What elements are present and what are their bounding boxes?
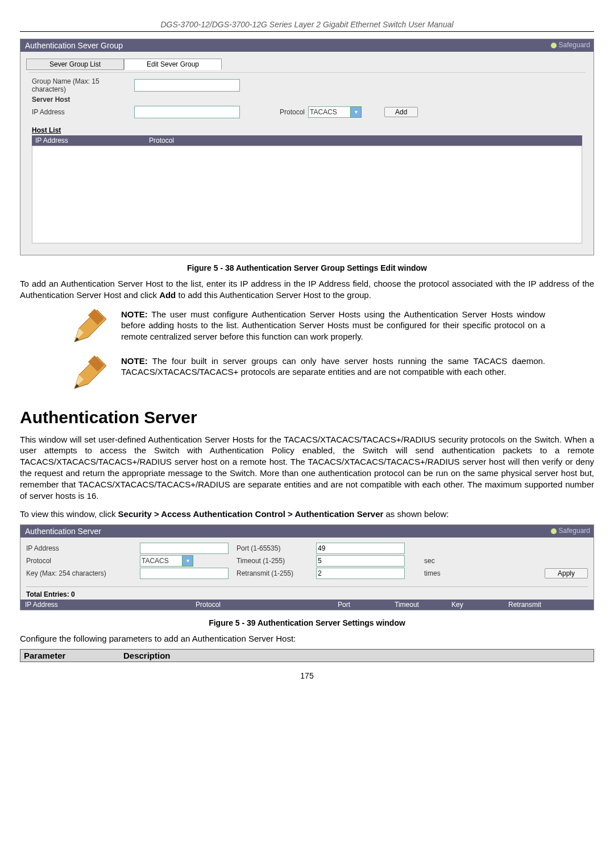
host-list-label: Host List (32, 126, 582, 134)
col-parameter: Parameter (24, 651, 123, 660)
ip-address-input[interactable] (140, 543, 229, 554)
host-list-body (32, 146, 582, 243)
body-para-1: To add an Authentication Server Host to … (20, 278, 594, 301)
key-input[interactable] (140, 568, 229, 579)
times-unit: times (424, 569, 458, 577)
tab-sever-group-list[interactable]: Sever Group List (26, 59, 124, 70)
col-timeout: Timeout (395, 601, 451, 609)
figure-caption-2: Figure 5 - 39 Authentication Server Sett… (20, 618, 594, 627)
pencil-icon (69, 309, 107, 348)
port-label: Port (1-65535) (237, 544, 316, 552)
ip-address-input[interactable] (134, 106, 240, 118)
sec-unit: sec (424, 557, 458, 565)
apply-button[interactable]: Apply (545, 568, 588, 578)
safeguard-badge: Safeguard (551, 41, 590, 49)
safeguard-icon (551, 528, 557, 534)
group-name-label: Group Name (Max: 15 characters) (32, 77, 134, 93)
protocol-select[interactable]: TACACS (140, 555, 183, 567)
panel-title: Authentication Sever Group (25, 41, 123, 50)
protocol-label: Protocol (280, 108, 305, 116)
col-port: Port (338, 601, 395, 609)
safeguard-icon (551, 43, 557, 48)
chevron-down-icon[interactable]: ▾ (350, 106, 362, 118)
group-name-input[interactable] (134, 79, 240, 92)
nav-path: To view this window, click Security > Ac… (20, 509, 594, 519)
protocol-label: Protocol (26, 557, 140, 565)
note-2: NOTE: The four built in server groups ca… (121, 356, 545, 394)
col-key: Key (451, 601, 508, 609)
chevron-down-icon[interactable]: ▾ (182, 555, 193, 567)
pencil-icon (69, 356, 107, 394)
add-button[interactable]: Add (384, 107, 418, 117)
timeout-input[interactable] (316, 555, 405, 567)
body-para-3: Configure the following parameters to ad… (20, 633, 594, 644)
ip-address-label: IP Address (32, 108, 134, 116)
section-heading: Authentication Server (20, 408, 594, 427)
note-1: NOTE: The user must configure Authentica… (121, 309, 545, 348)
total-entries: Total Entries: 0 (20, 590, 594, 600)
doc-header: DGS-3700-12/DGS-3700-12G Series Layer 2 … (20, 20, 594, 29)
host-list-header: IP Address Protocol (32, 135, 582, 146)
auth-server-group-panel: Authentication Sever Group Safeguard Sev… (20, 39, 594, 255)
key-label: Key (Max: 254 characters) (26, 569, 140, 577)
col-retransmit: Retransmit (508, 601, 589, 609)
panel-title-2: Authentication Server (25, 527, 101, 536)
port-input[interactable] (316, 543, 405, 554)
figure-caption-1: Figure 5 - 38 Authentication Server Grou… (20, 263, 594, 272)
col-protocol: Protocol (149, 137, 174, 144)
timeout-label: Timeout (1-255) (237, 557, 316, 565)
parameter-table: Parameter Description (20, 649, 594, 662)
safeguard-badge: Safeguard (551, 527, 590, 535)
server-host-label: Server Host (32, 96, 134, 104)
tab-edit-sever-group[interactable]: Edit Sever Group (124, 59, 222, 70)
col-protocol: Protocol (196, 601, 338, 609)
body-para-2: This window will set user-defined Authen… (20, 434, 594, 502)
retransmit-input[interactable] (316, 568, 405, 579)
auth-server-panel: Authentication Server Safeguard IP Addre… (20, 524, 594, 610)
retransmit-label: Retransmit (1-255) (237, 569, 316, 577)
page-number: 175 (20, 671, 594, 680)
col-ip-address: IP Address (25, 601, 196, 609)
ip-address-label: IP Address (26, 544, 140, 552)
col-description: Description (123, 651, 171, 660)
protocol-select[interactable]: TACACS (308, 106, 351, 118)
col-ip-address: IP Address (35, 137, 149, 144)
server-table-header: IP Address Protocol Port Timeout Key Ret… (20, 600, 594, 610)
